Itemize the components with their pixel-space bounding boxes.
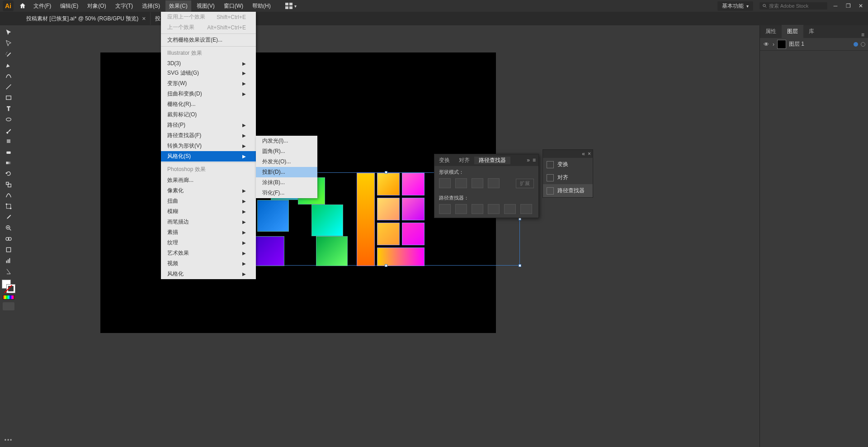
menu-select[interactable]: 选择(S) [138, 0, 164, 12]
panel-collapse-icon[interactable]: » [527, 157, 530, 163]
outline-button[interactable] [504, 204, 516, 214]
menu-last-effect[interactable]: 上一个效果 Alt+Shift+Ctrl+E [161, 22, 256, 33]
menu-svg-filters[interactable]: SVG 滤镜(G)▶ [161, 68, 256, 78]
direct-selection-tool[interactable] [1, 38, 16, 49]
ellipse-tool[interactable] [1, 114, 16, 125]
window-maximize-icon[interactable]: ❐ [844, 1, 853, 10]
rectangle-tool[interactable] [1, 92, 16, 103]
layer-name[interactable]: 图层 1 [789, 40, 804, 48]
tab-close-icon[interactable]: × [142, 15, 146, 22]
paintbrush-tool[interactable] [1, 125, 16, 136]
minus-back-button[interactable] [520, 204, 532, 214]
panel-menu-icon[interactable]: ≡ [858, 32, 868, 38]
menu-brush-strokes[interactable]: 画笔描边▶ [161, 217, 256, 227]
eraser-tool[interactable] [1, 147, 16, 157]
menu-blur[interactable]: 模糊▶ [161, 206, 256, 217]
shaper-tool[interactable] [1, 136, 16, 147]
menu-crop-marks[interactable]: 裁剪标记(O) [161, 109, 256, 120]
line-tool[interactable] [1, 81, 16, 92]
panel-menu-icon[interactable]: ≡ [533, 157, 536, 163]
curvature-tool[interactable] [1, 71, 16, 81]
menu-distort-transform[interactable]: 扭曲和变换(D)▶ [161, 89, 256, 99]
menu-video[interactable]: 视频▶ [161, 258, 256, 269]
tab-layers[interactable]: 图层 [782, 25, 803, 38]
arrange-docs-icon[interactable]: ▾ [285, 3, 297, 9]
menu-window[interactable]: 窗口(W) [220, 0, 247, 12]
tab-document-1[interactable]: 投稿素材 [已恢复].ai* @ 50% (RGB/GPU 预览) × [22, 12, 151, 25]
submenu-inner-glow[interactable]: 内发光(I)... [256, 136, 317, 146]
edit-toolbar-icon[interactable]: ••• [5, 437, 13, 443]
menu-stylize-ps[interactable]: 风格化▶ [161, 269, 256, 279]
intersect-button[interactable] [472, 178, 483, 188]
canvas-area[interactable] [17, 25, 760, 447]
menu-sketch[interactable]: 素描▶ [161, 227, 256, 238]
tab-libraries[interactable]: 库 [803, 25, 820, 38]
layer-target-icon[interactable] [861, 42, 865, 47]
submenu-scribble[interactable]: 涂抹(B)... [256, 177, 317, 188]
pen-tool[interactable] [1, 60, 16, 71]
search-input[interactable] [769, 3, 825, 9]
mini-close-icon[interactable]: × [588, 151, 591, 157]
fill-stroke-swatch[interactable] [2, 280, 15, 293]
width-tool[interactable] [1, 190, 16, 201]
gradient-tool[interactable] [1, 157, 16, 168]
graph-tool[interactable] [1, 255, 16, 266]
artboard-tool[interactable] [1, 244, 16, 255]
menu-help[interactable]: 帮助(H) [249, 0, 274, 12]
menu-apply-last-effect[interactable]: 应用上一个效果 Shift+Ctrl+E [161, 12, 256, 22]
home-icon[interactable] [17, 0, 28, 11]
divide-button[interactable] [439, 204, 451, 214]
zoom-tool[interactable] [1, 223, 16, 233]
color-mode-bar[interactable] [3, 295, 14, 300]
rotate-tool[interactable] [1, 168, 16, 179]
menu-type[interactable]: 文字(T) [112, 0, 137, 12]
submenu-feather[interactable]: 羽化(F)... [256, 188, 317, 198]
unite-button[interactable] [439, 178, 451, 188]
visibility-icon[interactable]: 👁 [763, 41, 770, 48]
menu-edit[interactable]: 编辑(E) [57, 0, 82, 12]
menu-3d[interactable]: 3D(3)▶ [161, 59, 256, 68]
mini-transform[interactable]: 变换 [543, 158, 593, 171]
menu-effect[interactable]: 效果(C) [165, 0, 191, 12]
screen-mode-button[interactable] [3, 302, 14, 310]
menu-stylize[interactable]: 风格化(S)▶ [161, 151, 256, 162]
pf-tab-pathfinder[interactable]: 路径查找器 [474, 157, 510, 164]
selection-tool[interactable] [1, 27, 16, 38]
mini-collapse-icon[interactable]: « [582, 151, 585, 157]
crop-button[interactable] [488, 204, 500, 214]
menu-rasterize[interactable]: 栅格化(R)... [161, 99, 256, 109]
menu-file[interactable]: 文件(F) [30, 0, 55, 12]
type-tool[interactable] [1, 103, 16, 114]
expand-button[interactable]: 扩展 [516, 179, 534, 188]
menu-texture[interactable]: 纹理▶ [161, 238, 256, 248]
mini-align[interactable]: 对齐 [543, 171, 593, 184]
menu-pixelate[interactable]: 像素化▶ [161, 185, 256, 196]
blend-tool[interactable] [1, 233, 16, 244]
merge-button[interactable] [472, 204, 483, 214]
slice-tool[interactable] [1, 266, 16, 277]
menu-pathfinder[interactable]: 路径查找器(F)▶ [161, 130, 256, 141]
menu-convert-to-shape[interactable]: 转换为形状(V)▶ [161, 141, 256, 151]
scale-tool[interactable] [1, 179, 16, 190]
menu-distort[interactable]: 扭曲▶ [161, 196, 256, 206]
mini-pathfinder[interactable]: 路径查找器 [543, 184, 593, 197]
search-stock[interactable] [760, 2, 827, 10]
window-close-icon[interactable]: ✕ [856, 1, 865, 10]
menu-warp[interactable]: 变形(W)▶ [161, 78, 256, 89]
minus-front-button[interactable] [455, 178, 467, 188]
eyedropper-tool[interactable] [1, 212, 16, 223]
window-minimize-icon[interactable]: ─ [831, 1, 840, 10]
menu-artistic[interactable]: 艺术效果▶ [161, 248, 256, 258]
trim-button[interactable] [455, 204, 467, 214]
tab-properties[interactable]: 属性 [760, 25, 782, 38]
layer-row[interactable]: 👁 › 图层 1 [760, 38, 868, 51]
submenu-drop-shadow[interactable]: 投影(D)... [256, 167, 317, 177]
menu-view[interactable]: 视图(V) [193, 0, 218, 12]
workspace-switcher[interactable]: 基本功能 ▾ [717, 1, 753, 11]
magic-wand-tool[interactable] [1, 49, 16, 60]
expand-arrow-icon[interactable]: › [773, 41, 774, 48]
submenu-outer-glow[interactable]: 外发光(O)... [256, 157, 317, 167]
pf-tab-transform[interactable]: 变换 [434, 157, 454, 164]
menu-effect-gallery[interactable]: 效果画廊... [161, 175, 256, 185]
free-transform-tool[interactable] [1, 201, 16, 212]
